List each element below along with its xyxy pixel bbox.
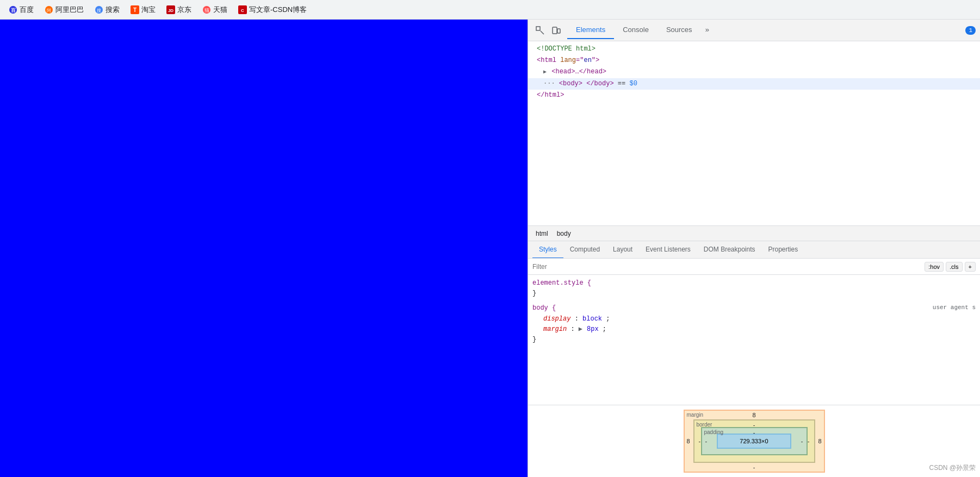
bookmark-csdn-label: 写文章-CSDN博客 <box>249 5 307 15</box>
dom-html-close[interactable]: </html> <box>528 90 980 101</box>
css-rules-area: element.style { } body { user agent s di… <box>528 275 980 405</box>
padding-label: padding <box>704 429 724 435</box>
margin-right-value: 8 <box>818 438 821 444</box>
svg-text:阿: 阿 <box>47 8 51 13</box>
more-tabs-button[interactable]: » <box>701 22 714 39</box>
head-tag: <head>…</head> <box>551 68 606 76</box>
styles-tab-event-listeners[interactable]: Event Listeners <box>639 241 697 259</box>
styles-tab-styles[interactable]: Styles <box>532 241 563 259</box>
element-style-selector: element.style { <box>532 279 591 287</box>
breadcrumb-bar: html body <box>528 226 980 241</box>
css-display-prop: display : block ; <box>532 314 976 324</box>
filter-bar: :hov .cls + <box>528 259 980 275</box>
search-icon: 搜 <box>95 5 103 14</box>
dom-body[interactable]: ··· <body> </body> == $0 <box>528 78 980 90</box>
margin-label: margin <box>687 412 704 418</box>
padding-value-right: - <box>801 438 803 444</box>
svg-line-15 <box>541 31 544 34</box>
tmall-icon: 猫 <box>202 5 211 14</box>
cls-button[interactable]: .cls <box>946 262 963 272</box>
csdn-icon: C <box>238 5 247 14</box>
styles-tab-properties[interactable]: Properties <box>762 241 805 259</box>
styles-tab-computed[interactable]: Computed <box>563 241 606 259</box>
dom-doctype: <!DOCTYPE html> <box>528 43 980 55</box>
body-selector: body { <box>532 304 556 312</box>
box-margin-layer: margin 8 8 8 - border - - - <box>684 410 825 473</box>
styles-panel: Styles Computed Layout Event Listeners D… <box>528 241 980 477</box>
display-prop-name: display <box>543 315 570 323</box>
svg-text:JD: JD <box>168 8 173 13</box>
devtools-main: <!DOCTYPE html> <html lang="en"> ▶ <head… <box>528 41 980 477</box>
css-rule-element-style: element.style { } <box>528 277 980 300</box>
head-triangle[interactable]: ▶ <box>543 68 547 77</box>
margin-top-value: 8 <box>752 412 755 418</box>
margin-left-value: 8 <box>687 438 690 444</box>
bookmark-taobao[interactable]: T 淘宝 <box>126 3 160 17</box>
csdn-watermark: CSDN @孙景荣 <box>929 463 976 473</box>
tab-console[interactable]: Console <box>614 21 658 39</box>
bookmark-jd-label: 京东 <box>177 5 191 15</box>
margin-prop-name: margin <box>543 325 567 333</box>
notification-badge: 1 <box>965 26 976 35</box>
margin-triangle[interactable]: ▶ <box>579 324 583 329</box>
devtools-panel: Elements Console Sources » 1 <!DOCTYPE h… <box>528 20 980 477</box>
padding-value-top: - <box>753 429 755 436</box>
breadcrumb-html[interactable]: html <box>532 229 551 238</box>
box-border-layer: border - - - padding - - - <box>693 419 815 463</box>
padding-value-left: - <box>705 438 708 444</box>
device-toggle-button[interactable] <box>549 23 564 38</box>
box-padding-layer: padding - - - 729.333×0 <box>701 427 808 455</box>
jd-icon: JD <box>166 5 175 14</box>
dollar-zero: $0 <box>629 80 637 87</box>
bookmark-baidu[interactable]: 百 百度 <box>4 3 38 17</box>
bookmark-search-label: 搜索 <box>106 5 120 15</box>
bookmarks-bar: 百 百度 阿 阿里巴巴 搜 搜索 T 淘宝 JD 京东 <box>0 0 980 20</box>
svg-text:搜: 搜 <box>97 8 101 13</box>
devtools-tabs: Elements Console Sources » <box>567 21 714 39</box>
svg-text:T: T <box>133 7 137 13</box>
body-tag: <body> </body> <box>559 80 614 87</box>
bookmark-jd[interactable]: JD 京东 <box>162 3 196 17</box>
styles-tab-layout[interactable]: Layout <box>606 241 639 259</box>
hov-button[interactable]: :hov <box>925 262 944 272</box>
bookmark-taobao-label: 淘宝 <box>141 5 156 15</box>
dom-html-open[interactable]: <html lang="en"> <box>528 55 980 66</box>
browser-window: 百 百度 阿 阿里巴巴 搜 搜索 T 淘宝 JD 京东 <box>0 0 980 477</box>
body-dots: ··· <box>543 80 559 87</box>
bookmark-search[interactable]: 搜 搜索 <box>90 3 124 17</box>
bookmark-csdn[interactable]: C 写文章-CSDN博客 <box>234 3 311 17</box>
content-dimensions: 729.333×0 <box>740 438 768 444</box>
inspect-element-button[interactable] <box>532 23 548 38</box>
html-close-tag: </html> <box>537 91 564 99</box>
tab-elements[interactable]: Elements <box>567 21 614 39</box>
border-value-right: - <box>808 438 810 444</box>
body-rule-close: } <box>532 336 536 343</box>
doctype-text: <!DOCTYPE html> <box>537 45 596 53</box>
margin-bottom-value: - <box>753 464 755 470</box>
body-source: user agent s <box>933 303 976 313</box>
filter-actions: :hov .cls + <box>925 262 976 272</box>
margin-prop-value: 8px <box>587 325 599 333</box>
tab-sources[interactable]: Sources <box>658 21 701 39</box>
breadcrumb-body[interactable]: body <box>554 229 574 238</box>
bookmark-tmall[interactable]: 猫 天猫 <box>198 3 232 17</box>
css-margin-prop: margin : ▶ 8px ; <box>532 324 976 335</box>
box-model-diagram: margin 8 8 8 - border - - - <box>684 410 825 473</box>
alibaba-icon: 阿 <box>45 5 53 14</box>
styles-tabs-bar: Styles Computed Layout Event Listeners D… <box>528 241 980 259</box>
svg-text:百: 百 <box>11 8 16 13</box>
box-content-layer: 729.333×0 <box>717 434 792 449</box>
svg-rect-17 <box>557 29 560 33</box>
add-style-button[interactable]: + <box>965 262 976 272</box>
display-prop-value: block <box>582 315 602 323</box>
devtools-toolbar: Elements Console Sources » 1 <box>528 20 980 41</box>
baidu-icon: 百 <box>9 5 17 14</box>
styles-tab-dom-breakpoints[interactable]: DOM Breakpoints <box>697 241 762 259</box>
bookmark-alibaba[interactable]: 阿 阿里巴巴 <box>40 3 88 17</box>
bookmark-tmall-label: 天猫 <box>213 5 227 15</box>
svg-text:猫: 猫 <box>204 8 209 13</box>
dom-head[interactable]: ▶ <head>…</head> <box>528 66 980 78</box>
bookmark-alibaba-label: 阿里巴巴 <box>55 5 84 15</box>
filter-input[interactable] <box>532 263 925 271</box>
css-rule-body: body { user agent s display : block ; ma… <box>528 302 980 346</box>
